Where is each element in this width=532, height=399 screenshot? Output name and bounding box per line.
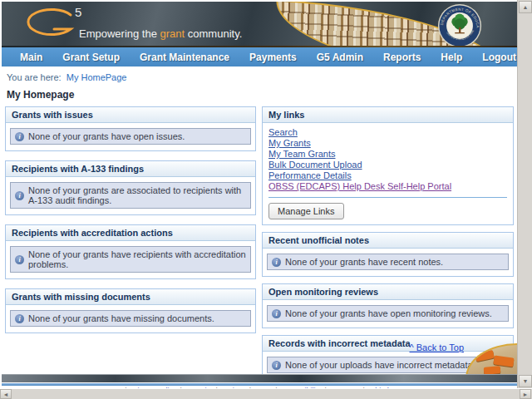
g5-homepage: 5 Empowering the grant community. DEPART…	[0, 0, 532, 399]
nav-item-grant-setup[interactable]: Grant Setup	[52, 52, 130, 63]
my-links-list: Search My Grants My Team Grants Bulk Doc…	[263, 123, 513, 224]
info-icon	[272, 258, 281, 267]
footer-banner	[2, 374, 517, 382]
g5-logo-five: 5	[75, 5, 82, 19]
nav-item-grant-maintenance[interactable]: Grant Maintenance	[130, 52, 239, 63]
content-area: 5 Empowering the grant community. DEPART…	[2, 2, 517, 388]
info-message: None of your grants have open issues.	[10, 128, 251, 145]
panel-missing-documents: Grants with missing documents None of yo…	[5, 288, 256, 333]
nav-item-reports[interactable]: Reports	[373, 52, 431, 63]
panel-title: Recipients with A-133 findings	[6, 161, 255, 177]
back-to-top-link[interactable]: ^ Back to Top	[410, 342, 465, 352]
info-message: None of your grants have recipients with…	[10, 246, 251, 273]
breadcrumb-current-link[interactable]: My HomePage	[66, 72, 127, 82]
panel-my-links: My links Search My Grants My Team Grants…	[262, 106, 514, 225]
panel-title: Grants with missing documents	[6, 289, 255, 305]
info-message: None of your grants are associated to re…	[10, 182, 251, 209]
info-icon	[15, 314, 24, 323]
scroll-up-arrow-icon[interactable]: ▲	[519, 1, 532, 13]
panel-accreditation-actions: Recipients with accreditation actions No…	[5, 224, 256, 279]
panel-a133-findings: Recipients with A-133 findings None of y…	[5, 160, 256, 215]
panel-title: Records with incorrect metadata	[263, 336, 513, 352]
header-tagline: Empowering the grant community.	[79, 27, 242, 40]
department-of-education-seal-icon: DEPARTMENT OF EDUCATION UNITED STATES OF…	[437, 3, 482, 47]
scroll-down-arrow-icon[interactable]: ▼	[519, 375, 532, 387]
panel-title: Grants with issues	[6, 107, 255, 123]
panel-title: Open monitoring reviews	[263, 284, 513, 300]
info-icon	[15, 191, 24, 200]
scroll-right-arrow-icon[interactable]: ►	[520, 389, 531, 399]
header-banner: 5 Empowering the grant community. DEPART…	[2, 2, 517, 47]
info-icon	[272, 309, 281, 318]
link-my-team-grants[interactable]: My Team Grants	[268, 149, 507, 160]
nav-item-help[interactable]: Help	[431, 52, 472, 63]
manage-links-button[interactable]: Manage Links	[268, 203, 344, 219]
panel-unofficial-notes: Recent unofficial notes None of your gra…	[262, 232, 514, 277]
link-obss-help-desk[interactable]: OBSS (EDCAPS) Help Desk Self-Help Portal	[268, 181, 507, 192]
info-icon	[15, 255, 24, 264]
page-title: My Homepage	[7, 89, 517, 101]
panel-title: Recent unofficial notes	[263, 233, 513, 249]
panel-title: Recipients with accreditation actions	[6, 225, 255, 241]
right-column: My links Search My Grants My Team Grants…	[262, 106, 514, 387]
scroll-left-arrow-icon[interactable]: ◄	[0, 389, 12, 399]
breadcrumb: You are here: My HomePage	[7, 72, 517, 82]
panel-title: My links	[263, 107, 513, 123]
vertical-scrollbar[interactable]: ▲ ▼	[517, 0, 532, 388]
info-message: None of your grants have missing documen…	[10, 310, 251, 327]
info-icon	[15, 132, 24, 141]
breadcrumb-prefix: You are here:	[7, 72, 62, 82]
g5-logo-icon	[23, 7, 75, 39]
nav-item-main[interactable]: Main	[10, 52, 52, 63]
left-column: Grants with issues None of your grants h…	[5, 106, 256, 387]
info-message: None of your grants have open monitoring…	[267, 305, 509, 322]
main-nav: Main Grant Setup Grant Maintenance Payme…	[2, 47, 517, 66]
link-performance-details[interactable]: Performance Details	[268, 170, 507, 181]
nav-item-payments[interactable]: Payments	[239, 52, 307, 63]
info-message: None of your grants have recent notes.	[267, 254, 509, 270]
info-icon	[272, 361, 281, 370]
panel-grants-with-issues: Grants with issues None of your grants h…	[5, 106, 256, 151]
horizontal-scrollbar[interactable]: ◄ ►	[0, 388, 532, 399]
link-search[interactable]: Search	[268, 127, 507, 138]
footer-divider	[2, 382, 517, 386]
link-my-grants[interactable]: My Grants	[268, 138, 507, 149]
panel-monitoring-reviews: Open monitoring reviews None of your gra…	[262, 283, 514, 328]
nav-item-g5-admin[interactable]: G5 Admin	[307, 52, 373, 63]
link-bulk-document-upload[interactable]: Bulk Document Upload	[268, 160, 507, 170]
